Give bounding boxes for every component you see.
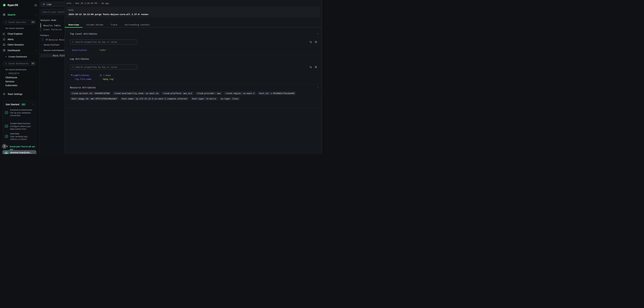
sidebar-item-search[interactable]: Search (3, 13, 37, 16)
saved-searches-input[interactable]: Saved Searches ⌘K (3, 20, 36, 24)
resource-attribute-chip[interactable]: host.type: t2.micro (190, 97, 218, 100)
top-level-search-input[interactable]: Search properties by key or value (70, 39, 137, 44)
preset-clickhouse[interactable]: ClickHouse (5, 76, 17, 79)
search-icon (5, 21, 7, 23)
chevron-up-icon[interactable] (317, 86, 319, 89)
filter-group-severitytext[interactable]: SeverityText (41, 43, 59, 46)
sidebar-item-label: Team Settings (8, 93, 22, 95)
body-content: 2025-10-22 10:15:09 purge fonts-dejavu-c… (68, 13, 317, 15)
sidebar-collapse-button[interactable] (34, 4, 37, 7)
section-divider (65, 84, 322, 84)
sidebar-item-chart-explorer[interactable]: Chart Explorer (3, 32, 23, 35)
gear-icon[interactable] (314, 66, 317, 68)
resource-attribute-chip[interactable]: cloud.provider: aws (195, 92, 222, 95)
sidebar-item-label: Dashboards (8, 49, 20, 52)
saved-dashboards-input[interactable]: Saved Dashboards ⌘K (3, 61, 36, 66)
get-started-card: Get Started 3/3 Connect to ClickHouse Se… (3, 101, 36, 150)
chevron-up-icon (35, 49, 37, 51)
create-dashboard-button[interactable]: Create Dashboard (5, 55, 27, 58)
panel-toggle-icon (34, 4, 37, 7)
resource-attribute-chips: cloud.account.id: 244449518788cloud.avai… (70, 92, 319, 100)
step-title: Create Data Sources (10, 122, 30, 125)
attribute-key[interactable]: SeverityText (72, 49, 99, 51)
get-started-progress-badge: 3/3 (21, 103, 26, 106)
tab-column-values[interactable]: Column Values (83, 22, 107, 27)
attribute-key[interactable]: log.file.name (75, 78, 102, 80)
help-button[interactable]: ? (2, 144, 7, 149)
preset-kubernetes[interactable]: Kubernetes (5, 84, 18, 87)
resource-attribute-chip[interactable]: cloud.availability_zone: us-east-2a (112, 92, 160, 95)
tab-overview[interactable]: Overview (65, 22, 83, 27)
shortcut-badge: ⌘K (31, 21, 35, 24)
wrap-text-icon[interactable] (309, 66, 312, 68)
check-circle-icon (5, 135, 8, 138)
mode-event-patterns[interactable]: Event Patterns (44, 28, 62, 31)
section-title-log-attributes: Log Attributes (70, 58, 89, 60)
chevron-down-icon (5, 73, 7, 74)
triangle-down-icon[interactable] (71, 75, 72, 75)
chevron-right-icon (41, 50, 42, 51)
separator-dot: · (98, 2, 100, 4)
step-description: Set up your database connection (10, 112, 35, 117)
attribute-key[interactable]: LogAttributes (73, 74, 100, 76)
analysis-mode-active-bar (40, 23, 41, 27)
get-started-step-sources[interactable]: Create Data Sources Configure where your… (5, 122, 35, 130)
mode-results-table[interactable]: Results Table (44, 24, 60, 27)
app-logo: HyperDX (3, 3, 18, 7)
hyperdx-logo-icon (3, 3, 6, 7)
tab-trace[interactable]: Trace (107, 22, 121, 27)
wrap-text-icon[interactable] (309, 41, 312, 43)
search-nav-icon (3, 13, 6, 16)
search-icon (72, 66, 74, 68)
resource-attribute-chip[interactable]: host.name: ip-172-31-12-5.us-east-2.comp… (120, 97, 189, 100)
sidebar-item-dashboards[interactable]: Dashboards (3, 49, 37, 52)
tab-surrounding-context[interactable]: Surrounding Context (121, 22, 154, 27)
filter-group-label: ResourceSchemaUrl (44, 49, 66, 52)
party-popper-icon (6, 145, 9, 148)
get-started-step-add-data[interactable]: Add Data Start sending logs, metrics, or… (5, 132, 35, 141)
step-title: Connect to ClickHouse (10, 109, 32, 111)
event-timestamp: Nov 20 2:20:30 PM (76, 2, 97, 4)
layout-grid-icon (3, 49, 6, 52)
chevron-up-icon[interactable] (317, 33, 319, 35)
gear-icon[interactable] (314, 40, 317, 43)
sidebar-item-client-sessions[interactable]: Client Sessions (3, 43, 24, 46)
filters-label: Filters (40, 34, 49, 37)
analysis-mode-track (40, 23, 41, 31)
resource-attribute-chip[interactable]: cloud.region: us-east-2 (224, 92, 256, 95)
detail-tabs: Overview Column Values Trace Surrounding… (65, 22, 153, 27)
attribute-value[interactable]: dpkg.log (102, 78, 114, 80)
denoise-checkbox[interactable] (42, 38, 44, 41)
shortcut-badge: ⌘K (31, 62, 35, 65)
resource-attribute-chip[interactable]: host.id: i-0510b81275acbe4d5 (258, 92, 296, 95)
attribute-tree-root: LogAttributes {} 1 keys (71, 74, 111, 76)
event-header: info · Nov 20 2:20:30 PM · 3m ago (66, 2, 109, 4)
event-relative-time: 3m ago (101, 2, 109, 4)
separator-dot: · (73, 2, 74, 4)
attribute-value[interactable]: info (99, 49, 106, 51)
denoise-label[interactable]: Denoise Results (49, 38, 64, 41)
create-dashboard-label: Create Dashboard (8, 55, 27, 58)
sidebar-item-team-settings[interactable]: Team Settings (3, 93, 22, 95)
sidebar: HyperDX Search Saved Searches ⌘K No save… (0, 0, 40, 154)
get-started-header[interactable]: Get Started 3/3 (6, 103, 34, 106)
scrollbar-track[interactable] (322, 0, 322, 154)
check-circle-icon (5, 111, 8, 114)
get-started-step-connect[interactable]: Connect to ClickHouse Set up your databa… (5, 108, 35, 117)
presets-toggle[interactable]: PRESETS (5, 72, 19, 75)
resource-attribute-chip[interactable]: host.image.id: ami-0f5fcdfbd140e4ab7 (70, 97, 119, 100)
filter-group-resourceschemaurl[interactable]: ResourceSchemaUrl (41, 49, 66, 52)
sidebar-item-label: Search (8, 13, 16, 16)
section-divider (65, 108, 322, 108)
resource-attribute-chip[interactable]: os.type: linux (219, 97, 240, 100)
section-title-top-level: Top Level Attributes (70, 32, 97, 35)
resource-attribute-chip[interactable]: cloud.platform: aws_ec2 (161, 92, 194, 95)
log-attributes-search-input[interactable]: Search properties by key or value (70, 65, 137, 69)
user-menu[interactable]: D dominic.tran@clic... dominic.tran@clic… (2, 150, 36, 154)
section-title-resource-attributes: Resource Attributes (70, 86, 96, 89)
preset-services[interactable]: Services (5, 80, 14, 83)
events-search-placeholder: Search your events (42, 11, 65, 13)
body-label: Body (68, 9, 317, 11)
sidebar-item-alerts[interactable]: Alerts (3, 38, 14, 41)
resource-attribute-chip[interactable]: cloud.account.id: 244449518788 (70, 92, 111, 95)
